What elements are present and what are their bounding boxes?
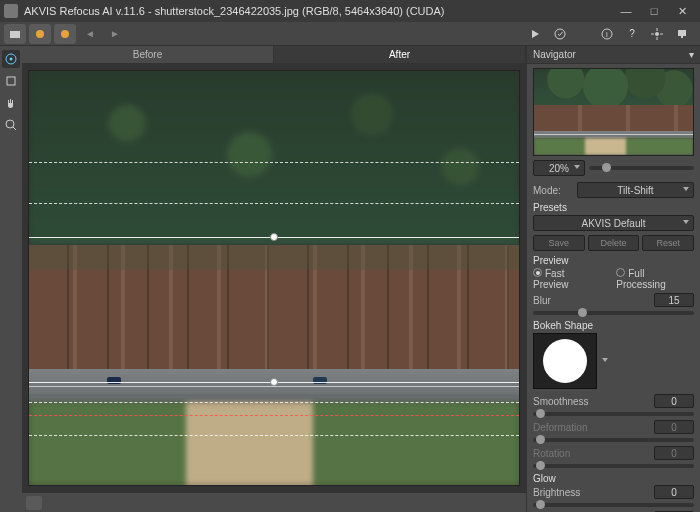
eraser-tool-icon[interactable] xyxy=(2,72,20,90)
svg-point-2 xyxy=(61,30,69,38)
blur-value[interactable]: 15 xyxy=(654,293,694,307)
tiltshift-handle-bottom[interactable] xyxy=(270,378,278,386)
smoothness-label: Smoothness xyxy=(533,396,595,407)
zoom-tool-icon[interactable] xyxy=(2,116,20,134)
close-button[interactable]: ✕ xyxy=(668,0,696,22)
tiltshift-outer-top[interactable] xyxy=(29,162,519,163)
svg-point-4 xyxy=(555,29,565,39)
app-window: AKVIS Refocus AI v.11.6 - shutterstock_2… xyxy=(0,0,700,512)
svg-rect-13 xyxy=(681,36,683,38)
brightness-slider[interactable] xyxy=(533,503,694,507)
tiltshift-handle-top[interactable] xyxy=(270,233,278,241)
tiltshift-outer-bottom[interactable] xyxy=(29,435,519,436)
focus-area-tool-icon[interactable] xyxy=(2,50,20,68)
help-icon[interactable]: ? xyxy=(621,24,643,44)
svg-point-1 xyxy=(36,30,44,38)
right-panel: Navigator ▾ 20% Mode: Tilt-Shift Presets… xyxy=(526,46,700,512)
app-icon xyxy=(4,4,18,18)
presets-label: Presets xyxy=(527,200,700,213)
notify-icon[interactable] xyxy=(671,24,693,44)
zoom-combo[interactable]: 20% xyxy=(533,160,585,176)
deformation-label: Deformation xyxy=(533,422,595,433)
brightness-value[interactable]: 0 xyxy=(654,485,694,499)
bokeh-label: Bokeh Shape xyxy=(527,318,700,331)
preset-combo[interactable]: AKVIS Default xyxy=(533,215,694,231)
navigator-title: Navigator xyxy=(533,49,576,60)
tiltshift-inner-top[interactable] xyxy=(29,203,519,204)
open-icon[interactable] xyxy=(4,24,26,44)
mode-label: Mode: xyxy=(533,185,573,196)
preset-save-button[interactable]: Save xyxy=(533,235,585,251)
info-icon[interactable]: i xyxy=(596,24,618,44)
full-processing-radio[interactable]: Full Processing xyxy=(616,268,694,290)
minimize-button[interactable]: — xyxy=(612,0,640,22)
tiltshift-inner-bottom[interactable] xyxy=(29,402,519,403)
svg-rect-16 xyxy=(7,77,15,85)
rotation-slider xyxy=(533,464,694,468)
redo-icon[interactable]: ► xyxy=(104,24,126,44)
preset-delete-button[interactable]: Delete xyxy=(588,235,640,251)
rotation-value: 0 xyxy=(654,446,694,460)
smoothness-value[interactable]: 0 xyxy=(654,394,694,408)
rotation-label: Rotation xyxy=(533,448,595,459)
before-after-tabs: Before After xyxy=(22,46,526,64)
glow-label: Glow xyxy=(527,471,700,484)
left-toolbar xyxy=(0,46,22,512)
deformation-slider xyxy=(533,438,694,442)
preset-reset-button[interactable]: Reset xyxy=(642,235,694,251)
svg-rect-0 xyxy=(10,31,20,38)
svg-text:i: i xyxy=(606,30,608,39)
view-single-icon[interactable] xyxy=(26,496,42,510)
svg-point-17 xyxy=(6,120,14,128)
circle-icon xyxy=(543,339,587,383)
navigator-thumbnail[interactable] xyxy=(533,68,694,156)
canvas[interactable] xyxy=(22,64,526,492)
mode-combo[interactable]: Tilt-Shift xyxy=(577,182,694,198)
bokeh-shape-picker[interactable] xyxy=(533,333,597,389)
svg-point-7 xyxy=(655,32,659,36)
tab-after[interactable]: After xyxy=(274,46,526,63)
zoom-slider[interactable] xyxy=(589,166,694,170)
hand-tool-icon[interactable] xyxy=(2,94,20,112)
preview-label: Preview xyxy=(527,253,700,266)
image-preview xyxy=(28,70,520,486)
toolbar: ◄ ► i ? xyxy=(0,22,700,46)
svg-rect-12 xyxy=(678,30,686,36)
settings-icon[interactable] xyxy=(646,24,668,44)
maximize-button[interactable]: □ xyxy=(640,0,668,22)
blur-label: Blur xyxy=(533,295,595,306)
navigator-header[interactable]: Navigator ▾ xyxy=(527,46,700,64)
chevron-down-icon: ▾ xyxy=(689,49,694,60)
svg-line-18 xyxy=(13,127,16,130)
window-title: AKVIS Refocus AI v.11.6 - shutterstock_2… xyxy=(24,5,444,17)
workspace: Before After xyxy=(22,46,526,512)
export-icon[interactable] xyxy=(54,24,76,44)
undo-icon[interactable]: ◄ xyxy=(79,24,101,44)
apply-icon[interactable] xyxy=(549,24,571,44)
fast-preview-radio[interactable]: Fast Preview xyxy=(533,268,601,290)
brightness-label: Brightness xyxy=(533,487,595,498)
svg-point-15 xyxy=(10,58,13,61)
batch-icon[interactable] xyxy=(29,24,51,44)
tiltshift-red-line[interactable] xyxy=(29,415,519,416)
titlebar: AKVIS Refocus AI v.11.6 - shutterstock_2… xyxy=(0,0,700,22)
run-icon[interactable] xyxy=(524,24,546,44)
smoothness-slider[interactable] xyxy=(533,412,694,416)
blur-slider[interactable] xyxy=(533,311,694,315)
svg-marker-3 xyxy=(532,30,539,38)
statusbar xyxy=(22,492,526,512)
tab-before[interactable]: Before xyxy=(22,46,274,63)
deformation-value: 0 xyxy=(654,420,694,434)
